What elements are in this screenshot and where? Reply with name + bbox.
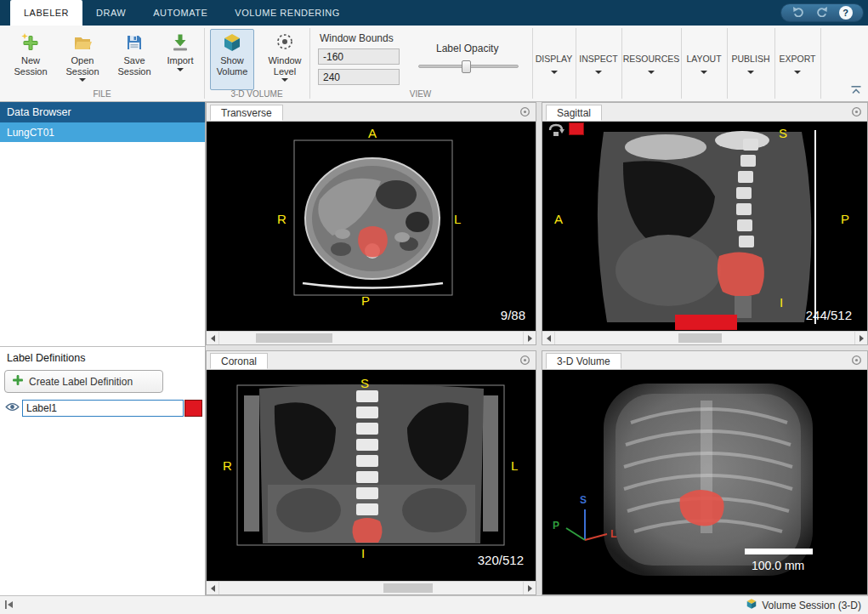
create-label-definition-button[interactable]: Create Label Definition [4, 370, 163, 393]
sagittal-slice-number: 244/512 [806, 308, 852, 322]
scroll-left-icon[interactable] [207, 582, 219, 594]
ribbon-separator [309, 28, 310, 99]
coronal-header: Coronal [207, 351, 536, 370]
label-opacity-slider[interactable] [418, 65, 519, 68]
collapse-ribbon-icon[interactable] [850, 85, 862, 95]
window-max-input[interactable] [318, 69, 400, 85]
transverse-scroll-thumb[interactable] [256, 333, 332, 343]
inspect-group-label: INSPECT [579, 54, 618, 64]
open-session-button[interactable]: Open Session [58, 29, 107, 90]
tab-volume-rendering[interactable]: VOLUME RENDERING [221, 0, 354, 26]
scroll-right-icon[interactable] [523, 332, 536, 344]
tab-automate[interactable]: AUTOMATE [139, 0, 221, 26]
ribbon-separator [820, 28, 821, 99]
left-panel: Data Browser LungCT01 Label Definitions … [0, 102, 206, 595]
sagittal-scroll-thumb[interactable] [678, 333, 722, 343]
viewport-grid: Transverse [206, 102, 868, 595]
window-min-input[interactable] [318, 48, 400, 65]
transverse-ct-slice [207, 122, 536, 331]
publish-group-dropdown[interactable]: PUBLISH [729, 26, 773, 102]
volume3d-image[interactable]: S P L 100.0 mm [542, 370, 867, 594]
layout-dropdown-icon [701, 71, 707, 74]
axis-left-label: L [610, 528, 616, 540]
coronal-label-overlay [352, 518, 382, 543]
inspect-group-dropdown[interactable]: INSPECT [577, 26, 620, 102]
orientation-right: R [277, 212, 286, 226]
active-label-color-indicator [569, 122, 584, 135]
ribbon-separator [204, 28, 205, 99]
sagittal-tab[interactable]: Sagittal [546, 105, 602, 121]
import-label: Import [167, 55, 193, 66]
open-session-dropdown-icon [79, 78, 86, 82]
coronal-slice-scrollbar[interactable] [207, 581, 536, 594]
scale-bar-label: 100.0 mm [752, 559, 804, 572]
transverse-tab[interactable]: Transverse [210, 105, 283, 121]
transverse-header: Transverse [207, 103, 536, 122]
tab-labeler[interactable]: LABELER [10, 0, 82, 26]
coronal-image[interactable]: S R L I 320/512 [207, 370, 536, 581]
sagittal-settings-icon[interactable] [851, 106, 862, 120]
help-icon[interactable]: ? [839, 6, 853, 20]
volume3d-settings-icon[interactable] [851, 355, 862, 368]
data-browser-item-lungct01[interactable]: LungCT01 [0, 122, 205, 142]
status-bar: Volume Session (3-D) [0, 595, 868, 614]
create-label-definition-label: Create Label Definition [29, 376, 133, 388]
collapse-panel-icon[interactable] [4, 600, 14, 612]
sagittal-slice-scrollbar[interactable] [542, 331, 867, 344]
display-group-dropdown[interactable]: DISPLAY [534, 26, 574, 102]
coronal-tab[interactable]: Coronal [210, 353, 268, 369]
new-session-button[interactable]: New Session [9, 29, 53, 90]
scroll-right-icon[interactable] [854, 332, 867, 344]
orientation-left: L [454, 212, 461, 226]
transverse-image[interactable]: A R L P 9/88 [207, 122, 536, 331]
show-volume-toggle[interactable]: Show Volume [210, 29, 254, 90]
save-session-button[interactable]: Save Session [112, 29, 156, 90]
window-level-icon [275, 32, 295, 53]
show-volume-label: Show Volume [211, 55, 253, 77]
label-name-input[interactable] [22, 400, 184, 417]
export-group-dropdown[interactable]: EXPORT [776, 26, 819, 102]
tab-draw[interactable]: DRAW [82, 0, 139, 26]
toolstrip-tab-bar: LABELER DRAW AUTOMATE VOLUME RENDERING ? [0, 0, 868, 26]
session-status-label: Volume Session (3-D) [762, 600, 861, 611]
axis-posterior-label: P [553, 520, 559, 532]
window-level-button[interactable]: Window Level [261, 29, 309, 90]
orientation-anterior: A [554, 212, 563, 226]
medical-image-labeler-app: LABELER DRAW AUTOMATE VOLUME RENDERING ?… [0, 0, 868, 614]
import-button[interactable]: Import [162, 29, 199, 90]
sagittal-header: Sagittal [542, 103, 867, 122]
sagittal-cursor-tools [547, 122, 584, 140]
coronal-settings-icon[interactable] [519, 355, 530, 368]
quick-access-toolbar: ? [780, 3, 864, 22]
coronal-scroll-thumb[interactable] [383, 583, 433, 593]
orientation-inferior: I [361, 546, 365, 560]
transverse-slice-scrollbar[interactable] [207, 331, 536, 344]
open-folder-icon [72, 32, 93, 53]
label-visibility-eye-icon[interactable] [5, 402, 20, 414]
sagittal-image[interactable]: S A P I 244/512 [542, 122, 867, 331]
sagittal-ct-slice [542, 122, 867, 331]
label-opacity-slider-handle[interactable] [462, 60, 471, 73]
scroll-left-icon[interactable] [542, 332, 555, 344]
scroll-left-icon[interactable] [207, 332, 219, 344]
orientation-superior: S [779, 126, 787, 140]
volume3d-tab[interactable]: 3-D Volume [546, 353, 621, 369]
label-definitions-header: Label Definitions [0, 346, 205, 368]
ribbon-separator [774, 28, 775, 99]
transverse-slice-number: 9/88 [501, 308, 525, 322]
undo-icon[interactable] [792, 6, 805, 20]
label-color-swatch[interactable] [184, 400, 202, 417]
transverse-settings-icon[interactable] [519, 106, 530, 120]
layout-group-dropdown[interactable]: LAYOUT [683, 26, 725, 102]
window-level-dropdown-icon [281, 78, 288, 82]
axis-superior-label: S [580, 494, 587, 506]
sagittal-label-overlay [718, 252, 764, 296]
data-browser-header: Data Browser [0, 102, 205, 122]
coronal-viewport: Coronal [206, 350, 536, 595]
redo-icon[interactable] [815, 6, 828, 20]
labeled-slices-indicator [675, 315, 737, 330]
orientation-posterior: P [361, 293, 370, 308]
scroll-right-icon[interactable] [523, 582, 536, 594]
volume3d-render [542, 370, 867, 594]
resources-group-dropdown[interactable]: RESOURCES [623, 26, 679, 102]
